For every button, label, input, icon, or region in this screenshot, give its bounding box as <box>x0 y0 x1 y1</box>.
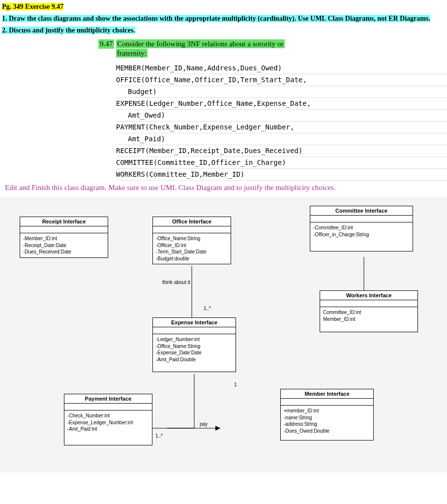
attr: -Committee_ID:int <box>313 224 410 231</box>
svg-marker-4 <box>215 426 220 431</box>
attr: -Office_Name:String <box>156 235 228 242</box>
attr: -Expense_Date:Date <box>156 349 233 356</box>
problem-title-1: Consider the following 3NF relations abo… <box>116 39 284 48</box>
problem-block: 9.47 Consider the following 3NF relation… <box>98 39 447 58</box>
relations-list: MEMBER(Member_ID,Name,Address,Dues_Owed)… <box>116 63 447 181</box>
problem-number: 9.47 <box>98 39 114 49</box>
uml-member: Member Interface +member_ID:int -name:St… <box>280 389 374 441</box>
uml-office-title: Office Interface <box>153 217 231 226</box>
uml-committee-attrs: -Committee_ID:int -Officer_in_Charge:Str… <box>310 222 413 251</box>
attr: -Dues_Owed:Double <box>284 428 370 435</box>
relation-line: Budget) <box>116 86 447 98</box>
label-mult-1star-bottom: 1..* <box>155 433 163 439</box>
uml-receipt-title: Receipt Interface <box>20 217 108 226</box>
handwritten-note: Edit and Finish this class diagram. Make… <box>0 181 447 195</box>
uml-member-attrs: +member_ID:int -name:String -address:Str… <box>281 406 373 440</box>
attr: -Term_Start_Date:Date <box>156 249 228 255</box>
uml-expense: Expense Interface -Ledger_Number:int -Of… <box>152 317 236 372</box>
relation-line: OFFICE(Office_Name,Officer_ID,Term_Start… <box>116 74 447 86</box>
relation-line: Amt_Paid) <box>116 133 447 145</box>
label-pay: pay <box>200 421 208 427</box>
attr: -Amt_Paid:Double <box>156 356 233 363</box>
uml-payment: Payment Interface -Check_Number:int -Exp… <box>64 394 152 445</box>
attr: -Ledger_Number:int <box>156 336 233 343</box>
label-think: think about it <box>162 280 190 285</box>
attr: -address:String <box>284 421 370 428</box>
uml-receipt-attrs: -Member_ID:int -Receipt_Date:Date -Dues_… <box>20 233 108 257</box>
attr: -Check_Number:int <box>67 412 149 419</box>
page-ref-text: Pg. 349 Exercise 9.47 <box>2 3 63 10</box>
instruction-1-text: 1. Draw the class diagrams and show the … <box>2 15 430 22</box>
attr: +member_ID:int <box>284 408 370 414</box>
relation-line: PAYMENT(Check_Number,Expense_Ledger_Numb… <box>116 122 447 133</box>
problem-title-2: fraternity: <box>116 49 148 58</box>
uml-receipt: Receipt Interface -Member_ID:int -Receip… <box>20 217 108 258</box>
attr: Committee_ID:int <box>323 309 415 316</box>
attr: -Officer_in_Charge:String <box>313 231 410 238</box>
attr: -Amt_Paid:Int <box>67 426 149 433</box>
uml-workers-attrs: Committee_ID:int Member_ID:int <box>320 307 417 332</box>
attr: -Dues_Received:Date <box>23 249 105 255</box>
relation-line: EXPENSE(Ledger_Number,Office_Name,Expens… <box>116 98 447 110</box>
instruction-2: 2. Discuss and justify the multiplicity … <box>0 26 447 35</box>
attr: -Expense_Ledger_Number:int <box>67 419 149 426</box>
attr: -Member_ID:int <box>23 235 105 242</box>
relation-line: MEMBER(Member_ID,Name,Address,Dues_Owed) <box>116 63 447 74</box>
page-ref: Pg. 349 Exercise 9.47 <box>0 2 447 12</box>
instruction-2-text: 2. Discuss and justify the multiplicity … <box>2 27 135 34</box>
uml-diagram-area: Receipt Interface -Member_ID:int -Receip… <box>0 197 447 472</box>
uml-workers-title: Workers Interface <box>320 291 417 300</box>
relation-line: WORKERS(Committee_ID,Member_ID) <box>116 169 447 181</box>
attr: -Budget:double <box>156 255 228 262</box>
uml-workers: Workers Interface Committee_ID:int Membe… <box>320 290 418 332</box>
attr: -Office_Name:String <box>156 343 233 350</box>
attr: Member_ID:int <box>323 316 415 323</box>
uml-expense-title: Expense Interface <box>153 318 236 327</box>
relation-line: RECEIPT(Member_ID,Receipt_Date,Dues_Rece… <box>116 145 447 157</box>
uml-committee: Committee Interface -Committee_ID:int -O… <box>310 206 413 252</box>
attr: -Receipt_Date:Date <box>23 242 105 249</box>
uml-payment-title: Payment Interface <box>64 394 152 404</box>
uml-expense-attrs: -Ledger_Number:int -Office_Name:String -… <box>153 334 236 372</box>
attr: -Officer_ID:int <box>156 242 228 249</box>
uml-payment-attrs: -Check_Number:int -Expense_Ledger_Number… <box>64 410 152 445</box>
uml-committee-title: Committee Interface <box>310 206 413 216</box>
uml-office-attrs: -Office_Name:String -Officer_ID:int -Ter… <box>153 233 231 264</box>
relation-line: Amt_Owed) <box>116 110 447 122</box>
relation-line: COMMITTEE(Committee_ID,Officer_in_Charge… <box>116 157 447 169</box>
label-mult-1star-top: 1..* <box>204 306 211 311</box>
label-mult-1: 1 <box>234 382 237 387</box>
instruction-1: 1. Draw the class diagrams and show the … <box>0 14 447 24</box>
attr: -name:String <box>284 414 370 421</box>
uml-office: Office Interface -Office_Name:String -Of… <box>152 217 231 264</box>
uml-member-title: Member Interface <box>281 389 373 399</box>
